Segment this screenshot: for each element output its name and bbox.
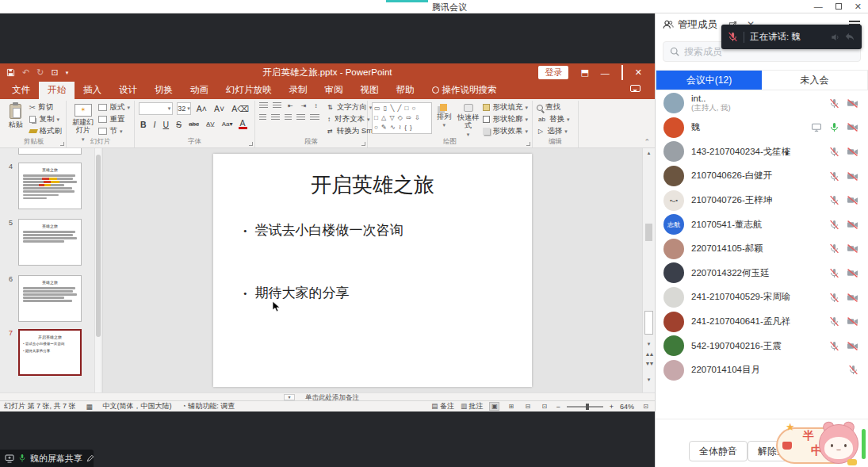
- ppt-tab-操作说明搜索[interactable]: 操作说明搜索: [423, 82, 506, 99]
- ppt-tab-录制[interactable]: 录制: [281, 82, 316, 99]
- section-button[interactable]: 节▾: [98, 126, 130, 136]
- notes-bar[interactable]: ▾ 单击此处添加备注: [0, 392, 655, 400]
- cut-button[interactable]: ✂剪切: [29, 102, 63, 113]
- slideshow-icon[interactable]: ⊡: [51, 67, 58, 78]
- save-icon[interactable]: [6, 68, 15, 77]
- member-row[interactable]: 魏: [656, 116, 868, 140]
- screen-icon[interactable]: [811, 122, 822, 132]
- notes-placeholder[interactable]: 单击此处添加备注: [305, 393, 359, 403]
- comments-toggle[interactable]: ▥ 批注: [461, 401, 484, 411]
- justify-icon[interactable]: [296, 114, 305, 121]
- format-painter-button[interactable]: 格式刷: [29, 126, 63, 136]
- align-left-icon[interactable]: [259, 114, 266, 121]
- normal-view-icon[interactable]: ▣: [489, 402, 499, 411]
- dialog-launcher-icon[interactable]: [249, 142, 253, 146]
- accessibility-status[interactable]: ◔ 辅助功能: 调查: [182, 401, 235, 411]
- arrange-button[interactable]: 排列▾: [435, 102, 453, 138]
- mic-on-icon[interactable]: [829, 122, 839, 132]
- zoom-out-icon[interactable]: −: [556, 403, 560, 411]
- slide-sorter-icon[interactable]: ⊞: [506, 402, 516, 411]
- mic-off-icon[interactable]: [829, 147, 839, 157]
- canvas-scrollbar[interactable]: ▴ ▾ ▲▲ ▼▼ ▾: [642, 148, 655, 392]
- notes-collapse-icon[interactable]: ▾: [284, 394, 295, 400]
- align-center-icon[interactable]: [271, 114, 280, 121]
- cam-off-icon[interactable]: [847, 316, 858, 327]
- member-row[interactable]: 志航 21070541-董志航: [656, 212, 868, 237]
- paste-button[interactable]: 粘贴: [6, 102, 26, 138]
- member-row[interactable]: 2107040626-白健开: [656, 164, 868, 189]
- replace-button[interactable]: ab替换▾: [537, 114, 569, 124]
- mic-off-icon[interactable]: [829, 98, 839, 109]
- login-button[interactable]: 登录: [538, 66, 568, 79]
- notes-toggle[interactable]: ▤ 备注: [431, 401, 454, 411]
- char-spacing-icon[interactable]: A̲V̲: [205, 121, 216, 128]
- ppt-minimize-button[interactable]: —: [601, 68, 610, 78]
- notes-scroll-icon[interactable]: ▾: [643, 377, 655, 383]
- screen-share-toolbar[interactable]: 魏的屏幕共享: [0, 450, 94, 467]
- scrollbar-thumb-active[interactable]: [644, 311, 653, 335]
- restore-button[interactable]: [835, 1, 842, 13]
- cam-off-icon[interactable]: [847, 220, 858, 230]
- comment-icon[interactable]: [630, 85, 640, 92]
- ppt-tab-视图[interactable]: 视图: [352, 82, 388, 99]
- member-row[interactable]: 2207014104目月: [656, 358, 868, 383]
- change-case-icon[interactable]: Aa▾: [220, 121, 235, 128]
- slide-body[interactable]: •尝试去小白楼做一次咨询 •期待大家的分享: [243, 221, 532, 302]
- dialog-launcher-icon[interactable]: [526, 142, 530, 146]
- previous-slide-icon[interactable]: ▲▲: [643, 351, 655, 357]
- speaker-icon[interactable]: [830, 32, 841, 43]
- annotate-pen-icon[interactable]: [86, 454, 94, 462]
- underline-button[interactable]: U: [162, 120, 171, 129]
- mic-off-icon[interactable]: [829, 195, 839, 205]
- cam-off-icon[interactable]: [847, 147, 858, 157]
- strikethrough-button[interactable]: S: [174, 120, 183, 129]
- ppt-tab-切换[interactable]: 切换: [146, 82, 182, 99]
- shapes-gallery[interactable]: ▭ ▯ ╲ ╱ □ ○□ △ ▽ ◇ ⇨ ⇩○ ✎ ∿ ≀ { }: [372, 102, 432, 134]
- mic-off-icon[interactable]: [829, 316, 839, 327]
- clear-format-icon[interactable]: A⌫: [230, 104, 250, 113]
- dialog-launcher-icon[interactable]: [60, 142, 64, 146]
- mic-off-icon[interactable]: [829, 293, 839, 303]
- scroll-up-icon[interactable]: ▴: [643, 150, 655, 156]
- thumbnail-scrollbar[interactable]: [94, 148, 101, 392]
- redo-icon[interactable]: ↻: [36, 67, 44, 78]
- panel-tab-会议中(12)[interactable]: 会议中(12): [656, 71, 762, 90]
- member-row[interactable]: 2207014105-郝颖: [656, 237, 868, 262]
- ppt-tab-帮助[interactable]: 帮助: [388, 82, 423, 99]
- cam-off-icon[interactable]: [847, 122, 858, 132]
- slide-thumbnail[interactable]: 4 英雄之旅: [18, 163, 82, 209]
- mic-off-icon[interactable]: [848, 365, 858, 375]
- ppt-tab-动画[interactable]: 动画: [182, 82, 217, 99]
- mic-off-icon[interactable]: [829, 243, 839, 254]
- font-name-select[interactable]: ▾: [139, 102, 173, 115]
- ppt-tab-审阅[interactable]: 审阅: [316, 82, 352, 99]
- mic-off-icon[interactable]: [829, 171, 839, 182]
- ppt-tab-幻灯片放映[interactable]: 幻灯片放映: [217, 82, 281, 99]
- shadow-button[interactable]: abc: [187, 121, 201, 128]
- qat-more-icon[interactable]: ▾: [66, 70, 69, 76]
- slide-thumbnail[interactable]: 5 英雄之旅: [18, 219, 82, 266]
- bold-button[interactable]: B: [139, 120, 148, 129]
- scroll-down-icon[interactable]: ▾: [643, 341, 655, 347]
- new-slide-button[interactable]: ✶ 新建幻灯片▾: [71, 102, 95, 138]
- cam-off-icon[interactable]: [847, 171, 858, 182]
- reset-button[interactable]: 重置: [98, 114, 130, 124]
- ppt-close-button[interactable]: ✕: [635, 67, 642, 78]
- cam-off-icon[interactable]: [847, 195, 858, 205]
- font-color-icon[interactable]: A: [239, 119, 247, 129]
- mic-off-icon[interactable]: [829, 268, 839, 278]
- numbering-icon[interactable]: [273, 102, 281, 109]
- ppt-tab-文件[interactable]: 文件: [3, 82, 39, 99]
- grow-font-icon[interactable]: A˄: [195, 104, 208, 113]
- ppt-tab-开始[interactable]: 开始: [39, 82, 75, 99]
- minimize-button[interactable]: —: [814, 1, 823, 13]
- zoom-slider[interactable]: [567, 406, 603, 408]
- mic-off-icon[interactable]: [829, 220, 839, 230]
- reply-icon[interactable]: [844, 32, 855, 43]
- slide-canvas[interactable]: 开启英雄之旅 •尝试去小白楼做一次咨询 •期待大家的分享: [103, 148, 642, 392]
- cam-off-icon[interactable]: [847, 98, 858, 109]
- shrink-font-icon[interactable]: A˅: [212, 104, 226, 113]
- panel-tab-未入会[interactable]: 未入会: [762, 71, 867, 90]
- align-right-icon[interactable]: [285, 114, 292, 121]
- quick-styles-button[interactable]: 快速样式▾: [457, 102, 480, 138]
